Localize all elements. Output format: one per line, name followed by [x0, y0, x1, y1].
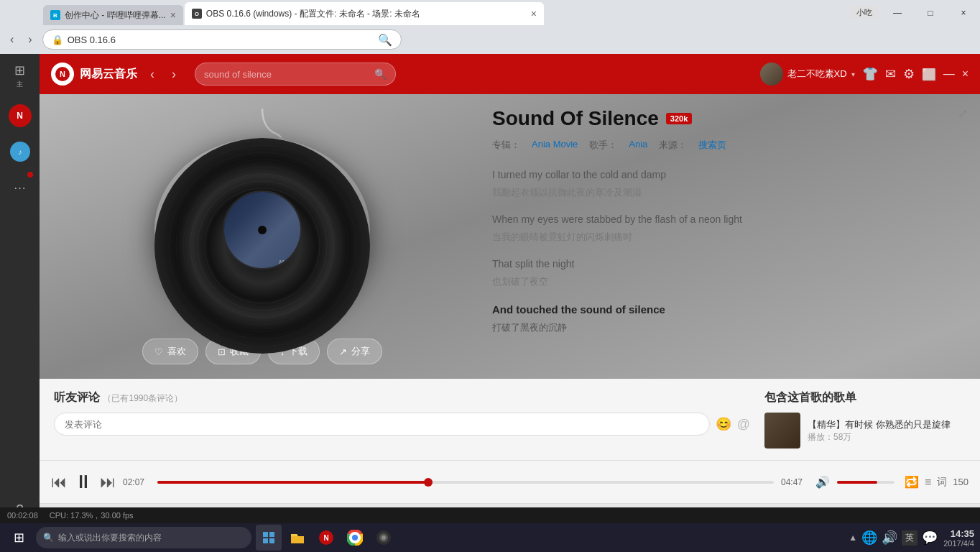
player-next-button[interactable]: ⏭ [100, 473, 116, 492]
win-minimize[interactable]: — [881, 0, 914, 25]
player-lyrics-icon[interactable]: 词 [937, 476, 947, 489]
player-prev-button[interactable]: ⏮ [51, 473, 67, 492]
bottom-sections: 听友评论 （已有1990条评论） 😊 @ 包含这首歌的歌单 [40, 379, 980, 460]
ne-user-area[interactable]: 老二不吃素XD ▾ [760, 63, 855, 86]
status-time: 00:02:08 [7, 511, 38, 520]
address-search-icon: 🔍 [378, 33, 392, 47]
ne-nav-forward[interactable]: › [167, 64, 180, 85]
address-bar[interactable]: 🔒 🔍 [42, 29, 402, 50]
playlist-thumb-0 [764, 413, 800, 448]
comment-input[interactable] [54, 413, 710, 436]
win-close[interactable]: × [947, 0, 980, 25]
lyrics-area: I turned my collar to the cold and damp … [492, 166, 951, 366]
main-content: N 网易云音乐 ‹ › 🔍 [40, 54, 980, 523]
player-total-time: 04:47 [781, 477, 808, 487]
tab-obs-title: OBS 0.16.6 (windows) - 配置文件: 未命名 - 场景: 未… [206, 8, 527, 20]
album-label: 专辑： [492, 139, 520, 152]
ne-search-input[interactable] [204, 69, 370, 80]
taskbar: ⊞ 🔍 输入或说出你要搜索的内容 N ▲ 🌐 [0, 523, 980, 552]
tray-lang[interactable]: 英 [902, 530, 917, 546]
expand-button[interactable]: ⤢ [958, 106, 969, 121]
comment-emoji-icon[interactable]: 😊 [716, 416, 731, 432]
nav-back[interactable]: ‹ [6, 30, 18, 49]
sys-tray: ▲ 🌐 🔊 英 💬 [849, 530, 938, 546]
playlist-info-0: 【精华】有时候 你熟悉的只是旋律 播放：58万 [808, 418, 951, 444]
comments-title: 听友评论 （已有1990条评论） [54, 390, 750, 405]
nav-forward[interactable]: › [24, 30, 36, 49]
player-play-button[interactable]: ⏸ [74, 471, 93, 493]
left-sidebar: ⊞ 主 N ♪ … ? [0, 54, 40, 523]
tray-network[interactable]: 🌐 [861, 530, 877, 546]
album-link[interactable]: Ania Movie [532, 139, 578, 152]
ne-settings-icon[interactable]: ⚙ [903, 66, 915, 82]
small-win-label: 小吃 [851, 6, 878, 19]
ne-mail-icon[interactable]: ✉ [885, 66, 896, 82]
start-button[interactable]: ⊞ [6, 525, 32, 551]
ne-close-icon[interactable]: × [962, 68, 969, 80]
app-body: ⊞ 主 N ♪ … ? [0, 54, 980, 523]
win-maximize[interactable]: □ [914, 0, 947, 25]
taskbar-app-explorer[interactable] [285, 525, 310, 551]
lyric-line-0-en: I turned my collar to the cold and damp [492, 166, 951, 184]
source-label: 来源： [659, 139, 687, 152]
browser-chrome: B 创作中心 - 哔哩哔哩弹幕... × O OBS 0.16.6 (windo… [0, 0, 980, 25]
comment-at-icon[interactable]: @ [737, 417, 750, 432]
artist-link[interactable]: Ania [629, 139, 647, 152]
player-progress-fill [157, 481, 428, 484]
taskbar-search[interactable]: 🔍 输入或说出你要搜索的内容 [36, 527, 251, 548]
song-meta: 专辑： Ania Movie 歌手： Ania 来源： 搜索页 [492, 139, 951, 152]
player-volume-icon[interactable]: 🔊 [815, 475, 830, 489]
ne-logo-text: 网易云音乐 [80, 67, 137, 82]
tray-notification[interactable]: 💬 [922, 530, 938, 546]
song-title: Sound Of Silence [492, 107, 659, 130]
taskbar-app-ne[interactable]: N [313, 525, 339, 551]
sidebar-item-user[interactable]: N [4, 100, 36, 132]
sidebar-other-icon: … [14, 178, 27, 193]
tab-bilibili-close[interactable]: × [170, 9, 176, 21]
tray-arrow[interactable]: ▲ [849, 533, 857, 543]
sidebar-item-other[interactable]: … [4, 169, 36, 201]
lyric-line-3-en-active: And touched the sound of silence [492, 300, 951, 319]
tab-obs-close[interactable]: × [531, 8, 537, 19]
player-progress-thumb[interactable] [424, 478, 433, 487]
svg-text:♪: ♪ [18, 148, 22, 156]
artist-label: 歌手： [589, 139, 617, 152]
date: 2017/4/4 [943, 539, 974, 548]
datetime[interactable]: 14:35 2017/4/4 [943, 528, 974, 548]
svg-text:N: N [323, 534, 328, 542]
tab-obs[interactable]: O OBS 0.16.6 (windows) - 配置文件: 未命名 - 场景:… [185, 2, 544, 25]
tray-volume[interactable]: 🔊 [882, 530, 897, 546]
sidebar-item-home[interactable]: ⊞ 主 [4, 60, 36, 91]
playlist-item-0[interactable]: 【精华】有时候 你熟悉的只是旋律 播放：58万 [764, 413, 966, 448]
svg-point-10 [382, 535, 386, 540]
ne-header-right: 老二不吃素XD ▾ 👕 ✉ ⚙ ⬜ — × [760, 63, 969, 86]
address-input[interactable] [68, 34, 374, 45]
ne-win-icon[interactable]: ⬜ [922, 68, 936, 81]
sidebar-music-icon: ♪ [10, 142, 30, 162]
svg-point-7 [352, 535, 358, 540]
ne-minimize-icon[interactable]: — [943, 68, 955, 80]
ne-nav-back[interactable]: ‹ [146, 64, 159, 85]
tab-bilibili[interactable]: B 创作中心 - 哔哩哔哩弹幕... × [43, 5, 183, 25]
lyrics-scroll[interactable]: I turned my collar to the cold and damp … [492, 166, 951, 366]
taskbar-search-placeholder: 输入或说出你要搜索的内容 [58, 532, 162, 544]
player-volume-bar[interactable] [837, 481, 895, 484]
taskbar-app-obs[interactable] [371, 525, 397, 551]
ne-logo-area: N 网易云音乐 [51, 63, 137, 86]
ne-shirt-icon[interactable]: 👕 [862, 66, 878, 82]
player-repeat-icon[interactable]: 🔁 [905, 475, 919, 489]
player-playlist-icon[interactable]: ≡ [925, 476, 931, 489]
ne-search-bar[interactable]: 🔍 [195, 63, 396, 86]
sidebar-badge [27, 172, 33, 178]
source-link[interactable]: 搜索页 [698, 139, 726, 152]
playlists-title: 包含这首歌的歌单 [764, 390, 966, 405]
sidebar-item-music[interactable]: ♪ [4, 136, 36, 167]
taskbar-app-task[interactable] [256, 525, 282, 551]
player-volume-fill [837, 481, 877, 484]
browser-toolbar: ‹ › 🔒 🔍 [0, 25, 980, 54]
lyric-line-1-cn: 当我的眼睛被霓虹灯的闪烁刺痛时 [492, 230, 951, 245]
taskbar-app-chrome[interactable] [342, 525, 368, 551]
svg-text:N: N [60, 70, 65, 78]
player-progress-bar[interactable] [157, 481, 774, 484]
comments-section: 听友评论 （已有1990条评论） 😊 @ [54, 390, 750, 448]
